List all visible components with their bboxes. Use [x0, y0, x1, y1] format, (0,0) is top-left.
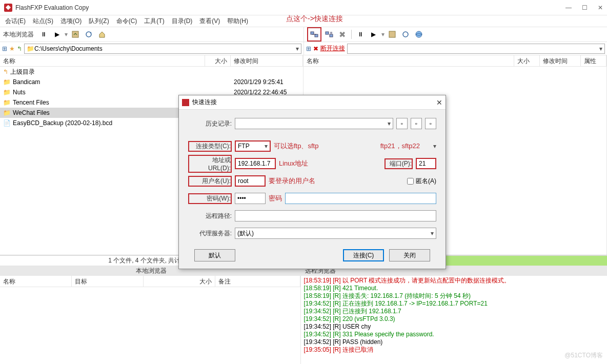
col-name[interactable]: 名称: [0, 55, 205, 66]
q-col-remark[interactable]: 备注: [215, 276, 300, 287]
title-bar: FlashFXP Evaluation Copy — ☐ ✕: [0, 0, 607, 15]
address-right: ⊞ ✖ 断开连接 ▾: [304, 42, 608, 55]
transfer-icon[interactable]: [70, 29, 81, 40]
col-attrs-r[interactable]: 属性: [581, 55, 606, 66]
log-line: [19:34:52] [R] 331 Please specify the pa…: [304, 331, 604, 338]
file-row[interactable]: ↰上级目录: [0, 67, 303, 77]
username-label: 用户名(U):: [188, 176, 232, 187]
close-button[interactable]: ✕: [598, 4, 603, 11]
menu-directory[interactable]: 目录(D): [169, 17, 196, 26]
home-icon[interactable]: [96, 29, 108, 40]
log-line: [18:58:19] [R] 连接丢失: 192.168.1.7 (持续时间: …: [304, 292, 604, 300]
port-label: 端口(P):: [385, 158, 413, 169]
anno-password: 密码: [269, 194, 282, 203]
log-line: [19:35:05] [R] 连接已取消: [304, 346, 604, 354]
up-icon[interactable]: ↰: [17, 45, 22, 52]
play-icon-r[interactable]: ▶: [368, 29, 379, 40]
svg-rect-6: [389, 31, 395, 37]
tree-icon[interactable]: ⊞: [2, 45, 7, 52]
refresh-icon[interactable]: [83, 29, 94, 40]
toolbar-row: 本地浏览器 ⏸ ▶ ▾ ✖ ⏸ ▶ ▾: [0, 27, 607, 42]
history-btn-2[interactable]: ▫: [411, 118, 422, 129]
star-icon[interactable]: ★: [9, 45, 15, 52]
queue-pane: 名称 目标 大小 备注: [0, 276, 301, 364]
menu-session[interactable]: 会话(E): [2, 17, 29, 26]
col-size[interactable]: 大小: [205, 55, 231, 66]
q-col-name[interactable]: 名称: [0, 276, 72, 287]
play-icon[interactable]: ▶: [51, 29, 63, 40]
col-name-r[interactable]: 名称: [304, 55, 514, 66]
q-col-size[interactable]: 大小: [144, 276, 215, 287]
svg-rect-4: [326, 32, 329, 34]
menu-options[interactable]: 选项(O): [57, 17, 85, 26]
transfer-icon-r[interactable]: [387, 29, 398, 40]
history-combo[interactable]: ▾: [235, 118, 393, 129]
local-path-combo[interactable]: 📁 C:\Users\chy\Documents ▾: [24, 44, 301, 54]
remote-path-label: 远程路径:: [188, 212, 232, 220]
site-manager-icon[interactable]: [323, 29, 335, 40]
file-row[interactable]: 📁Bandicam2020/1/29 9:25:41: [0, 77, 303, 87]
pause-icon[interactable]: ⏸: [38, 29, 49, 40]
dialog-icon: [182, 99, 189, 106]
chevron-down-icon[interactable]: ▾: [296, 45, 299, 52]
disconnect-icon[interactable]: ✖: [337, 29, 348, 40]
dialog-close-button[interactable]: ✕: [436, 98, 442, 107]
address-input[interactable]: 192.168.1.7: [235, 158, 276, 169]
proxy-label: 代理服务器:: [188, 229, 232, 238]
local-column-headers: 名称 大小 修改时间: [0, 55, 303, 67]
log-pane[interactable]: [18:53:19] [R] 以 PORT 模式连接成功，请更新站点配置中的数据…: [301, 276, 608, 364]
dialog-titlebar: 快速连接 ✕: [179, 95, 446, 110]
maximize-button[interactable]: ☐: [582, 4, 588, 11]
remote-path-combo[interactable]: ▾: [347, 44, 605, 54]
svg-rect-0: [72, 31, 78, 37]
menu-view[interactable]: 查看(V): [196, 17, 223, 26]
password-ext[interactable]: [285, 193, 436, 204]
menu-help[interactable]: 帮助(H): [224, 17, 251, 26]
history-btn-1[interactable]: ▫: [396, 118, 408, 129]
quick-connect-icon[interactable]: [309, 29, 320, 40]
remote-column-headers: 名称 大小 修改时间 属性: [304, 55, 606, 67]
col-size-r[interactable]: 大小: [514, 55, 540, 66]
pause-icon-r[interactable]: ⏸: [355, 29, 366, 40]
username-input[interactable]: root: [235, 175, 266, 187]
remote-path-input[interactable]: [235, 210, 436, 221]
tree-icon-r[interactable]: ⊞: [306, 45, 311, 52]
anonymous-checkbox[interactable]: 匿名(A): [407, 177, 436, 186]
svg-point-8: [416, 31, 422, 37]
address-label: 地址或 URL(D):: [188, 155, 232, 173]
q-col-target[interactable]: 目标: [72, 276, 144, 287]
history-btn-3[interactable]: ▫: [425, 118, 436, 129]
conn-type-combo[interactable]: FTP▾: [235, 140, 271, 152]
menu-tools[interactable]: 工具(T): [141, 17, 167, 26]
app-icon: [4, 4, 12, 12]
globe-icon[interactable]: [413, 29, 424, 40]
col-modified-r[interactable]: 修改时间: [540, 55, 581, 66]
watermark: @51CTO博客: [564, 351, 603, 360]
proxy-combo[interactable]: (默认)▾: [235, 228, 436, 239]
address-left: ⊞ ★ ↰ 📁 C:\Users\chy\Documents ▾: [0, 42, 304, 55]
refresh-icon-r[interactable]: [400, 29, 411, 40]
menu-site[interactable]: 站点(S): [30, 17, 56, 26]
port-input[interactable]: 21: [416, 158, 436, 169]
window-title: FlashFXP Evaluation Copy: [15, 4, 565, 11]
password-label: 密码(W):: [188, 193, 232, 204]
log-line: [19:34:52] [R] PASS (hidden): [304, 338, 604, 346]
toolbar-left: 本地浏览器 ⏸ ▶ ▾: [0, 29, 304, 40]
close-dialog-button[interactable]: 关闭: [389, 249, 430, 261]
dialog-title: 快速连接: [192, 98, 436, 107]
password-input[interactable]: ••••: [235, 193, 266, 204]
disconnect-link[interactable]: 断开连接: [320, 44, 345, 53]
default-button[interactable]: 默认: [194, 249, 235, 261]
local-browser-label: 本地浏览器: [3, 30, 34, 39]
svg-point-7: [403, 32, 408, 37]
toolbar-right: ✖ ⏸ ▶ ▾: [304, 27, 608, 42]
conn-type-label: 连接类型(C):: [188, 141, 232, 152]
col-modified[interactable]: 修改时间: [231, 55, 303, 66]
connect-button[interactable]: 连接(C): [343, 249, 384, 261]
menu-command[interactable]: 命令(C): [113, 17, 140, 26]
menu-queue[interactable]: 队列(Z): [86, 17, 112, 26]
dialog-body: 历史记录: ▾ ▫ ▫ ▫ 连接类型(C): FTP▾ 可以选ftp、sftp …: [179, 110, 446, 272]
star-icon-r[interactable]: ✖: [313, 45, 318, 52]
anno-conn-type: 可以选ftp、sftp: [274, 141, 318, 151]
minimize-button[interactable]: —: [565, 4, 572, 11]
